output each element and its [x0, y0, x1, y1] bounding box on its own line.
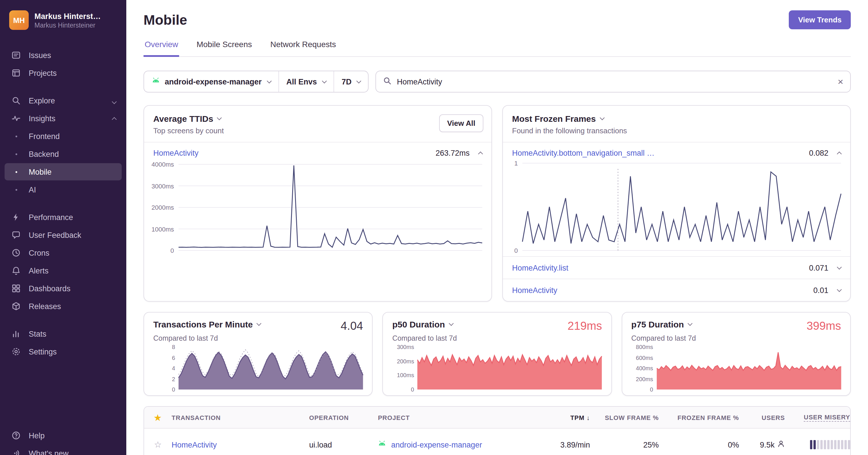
- transaction-link[interactable]: HomeActivity: [153, 149, 198, 158]
- tab-overview[interactable]: Overview: [144, 40, 179, 57]
- sidebar-item-frontend[interactable]: Frontend: [5, 127, 122, 145]
- sidebar-spacer: [0, 315, 126, 324]
- stat-title-dropdown[interactable]: Transactions Per Minute: [153, 319, 261, 329]
- y-tick-label: 6: [172, 354, 175, 361]
- sidebar-item-releases[interactable]: Releases: [5, 297, 122, 315]
- tab-mobile-screens[interactable]: Mobile Screens: [195, 40, 253, 57]
- card-title-dropdown[interactable]: Most Frozen Frames: [512, 114, 841, 123]
- transaction-link[interactable]: HomeActivity: [512, 286, 557, 294]
- y-tick-label: 200ms: [636, 376, 653, 382]
- collapse-chevron-icon[interactable]: [837, 152, 842, 157]
- star-toggle-icon[interactable]: ☆: [154, 439, 162, 449]
- misery-bar: [813, 440, 816, 449]
- misery-bar: [817, 440, 819, 449]
- frozen-rate-value: 0.071: [809, 263, 828, 272]
- project-filter-dropdown[interactable]: android-expense-manager: [144, 71, 278, 92]
- y-tick-label: 0: [172, 386, 175, 393]
- project-link[interactable]: android-expense-manager: [391, 440, 482, 449]
- transaction-link[interactable]: HomeActivity.bottom_navigation_small …: [512, 149, 654, 158]
- chevron-down-icon: [356, 78, 361, 83]
- sidebar-item-user-feedback[interactable]: User Feedback: [5, 226, 122, 244]
- search-box: ×: [376, 71, 851, 92]
- frozen-frames-line-chart: 10: [506, 163, 841, 251]
- chevron-down-icon: [322, 78, 327, 83]
- collapse-chevron-icon[interactable]: [478, 152, 483, 157]
- speech-bubble-icon: [10, 230, 22, 239]
- slow-frame-column-header[interactable]: SLOW FRAME %: [590, 414, 659, 421]
- transaction-link[interactable]: HomeActivity: [172, 440, 217, 449]
- chevron-down-icon: [600, 115, 604, 120]
- sidebar-item-label: What's new: [29, 449, 69, 455]
- environment-filter-dropdown[interactable]: All Envs: [278, 71, 334, 92]
- sidebar-nav: Issues Projects Explore Insights Fronten…: [0, 46, 126, 361]
- chevron-up-icon: [113, 114, 116, 123]
- view-trends-button[interactable]: View Trends: [789, 10, 851, 29]
- project-column-header[interactable]: PROJECT: [378, 414, 533, 421]
- user-misery-column-header[interactable]: USER MISERY: [785, 414, 850, 421]
- stat-value: 219ms: [567, 319, 602, 333]
- transaction-link[interactable]: HomeActivity.list: [512, 263, 568, 272]
- clear-search-icon[interactable]: ×: [838, 77, 843, 86]
- frozen-transaction-row: HomeActivity.list 0.071: [503, 256, 850, 279]
- tpm-stat-card: Transactions Per Minute 4.04 Compared to…: [144, 312, 373, 396]
- y-tick-label: 0: [650, 386, 653, 393]
- stat-title-dropdown[interactable]: p75 Duration: [631, 319, 692, 329]
- sidebar-item-label: Backend: [29, 150, 59, 158]
- sidebar-item-whats-new[interactable]: What's new: [5, 445, 122, 455]
- starred-column-header[interactable]: ★: [144, 413, 172, 422]
- org-name: Markus Hinterst…: [34, 12, 101, 20]
- operation-column-header[interactable]: OPERATION: [309, 414, 378, 421]
- view-all-button[interactable]: View All: [439, 114, 484, 132]
- users-column-header[interactable]: USERS: [739, 414, 785, 421]
- sidebar-item-explore[interactable]: Explore: [5, 92, 122, 109]
- misery-bar: [831, 440, 833, 449]
- stat-subtitle: Compared to last 7d: [153, 334, 363, 342]
- misery-bar: [820, 440, 823, 449]
- org-switcher[interactable]: MH Markus Hinterst… Markus Hintersteiner: [0, 7, 126, 33]
- frozen-rate-value: 0.082: [809, 149, 828, 158]
- sidebar-item-settings[interactable]: Settings: [5, 343, 122, 360]
- tpm-cell: 3.89/min: [533, 440, 590, 449]
- sidebar-item-performance[interactable]: Performance: [5, 208, 122, 226]
- gear-icon: [10, 347, 22, 356]
- misery-bar: [838, 440, 840, 449]
- frozen-frame-cell: 0%: [659, 440, 739, 449]
- date-range-filter-dropdown[interactable]: 7D: [334, 71, 368, 92]
- y-axis-labels: 4000ms3000ms2000ms1000ms0: [148, 164, 179, 251]
- filter-bar: android-expense-manager All Envs 7D ×: [144, 71, 851, 92]
- card-subtitle: Found in the following transactions: [512, 126, 841, 135]
- tab-network-requests[interactable]: Network Requests: [269, 40, 337, 57]
- tpm-column-header-sorted[interactable]: TPM ↓: [533, 414, 590, 421]
- sidebar-item-label: Settings: [29, 347, 57, 356]
- expand-chevron-icon[interactable]: [837, 287, 842, 292]
- y-tick-label: 4: [172, 365, 175, 371]
- sidebar-item-backend[interactable]: Backend: [5, 145, 122, 163]
- stat-subtitle: Compared to last 7d: [392, 334, 602, 342]
- sidebar-item-stats[interactable]: Stats: [5, 325, 122, 342]
- project-filter-value: android-expense-manager: [165, 77, 262, 86]
- sidebar-item-dashboards[interactable]: Dashboards: [5, 280, 122, 297]
- sidebar-item-label: Frontend: [29, 132, 60, 140]
- chevron-down-icon: [217, 115, 222, 120]
- user-misery-bars: [785, 440, 850, 449]
- expand-chevron-icon[interactable]: [837, 264, 842, 269]
- card-title-dropdown[interactable]: Average TTIDs: [153, 114, 482, 123]
- y-tick-label: 8: [172, 344, 175, 350]
- transaction-column-header[interactable]: TRANSACTION: [172, 414, 309, 421]
- sidebar-footer: Help What's new: [0, 426, 126, 455]
- sidebar-item-insights[interactable]: Insights: [5, 110, 122, 127]
- sidebar-item-alerts[interactable]: Alerts: [5, 262, 122, 279]
- sidebar-item-ai[interactable]: AI: [5, 181, 122, 198]
- sidebar-item-projects[interactable]: Projects: [5, 64, 122, 82]
- sidebar-item-issues[interactable]: Issues: [5, 47, 122, 64]
- frozen-frame-column-header[interactable]: FROZEN FRAME %: [659, 414, 739, 421]
- y-tick-label: 3000ms: [152, 182, 174, 189]
- bell-icon: [10, 266, 22, 275]
- sidebar-item-mobile[interactable]: Mobile: [5, 163, 122, 180]
- issues-icon: [10, 51, 22, 60]
- search-input[interactable]: [397, 77, 832, 86]
- chart-plot-area: [179, 347, 363, 390]
- sidebar-item-crons[interactable]: Crons: [5, 244, 122, 261]
- stat-title-dropdown[interactable]: p50 Duration: [392, 319, 453, 329]
- sidebar-item-help[interactable]: Help: [5, 427, 122, 444]
